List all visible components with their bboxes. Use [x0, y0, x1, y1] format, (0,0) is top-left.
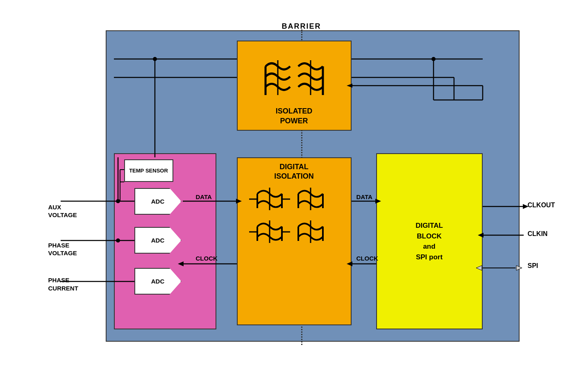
phase-current-label: PHASE CURRENT: [48, 276, 78, 292]
isolated-power-block: ISOLATED POWER: [237, 41, 352, 131]
transformer-coil-icon: [253, 58, 335, 103]
clock-label-left: CLOCK: [196, 255, 218, 262]
phase-voltage-label: PHASE VOLTAGE: [48, 233, 77, 257]
aux-voltage-label: AUX VOLTAGE: [48, 195, 77, 219]
data-coil-icon: [249, 184, 339, 249]
isolated-power-label: ISOLATED POWER: [276, 107, 313, 126]
clkin-label: CLKIN: [528, 230, 548, 238]
clkout-label: CLKOUT: [528, 202, 555, 209]
digital-block-label: DIGITAL BLOCK and SPI port: [415, 220, 443, 262]
digital-isolation-label: DIGITAL ISOLATION: [274, 162, 314, 181]
diagram-container: BARRIER ISOLATED POWER DIGITAL: [48, 18, 540, 354]
temp-sensor-box: TEMP SENSOR: [124, 159, 173, 182]
clock-label-right: CLOCK: [356, 255, 378, 262]
digital-isolation-block: DIGITAL ISOLATION: [237, 157, 352, 325]
digital-block: DIGITAL BLOCK and SPI port: [376, 153, 483, 329]
data-label-left: DATA: [196, 193, 212, 200]
spi-label: SPI: [528, 262, 538, 270]
data-label-right: DATA: [356, 193, 372, 200]
